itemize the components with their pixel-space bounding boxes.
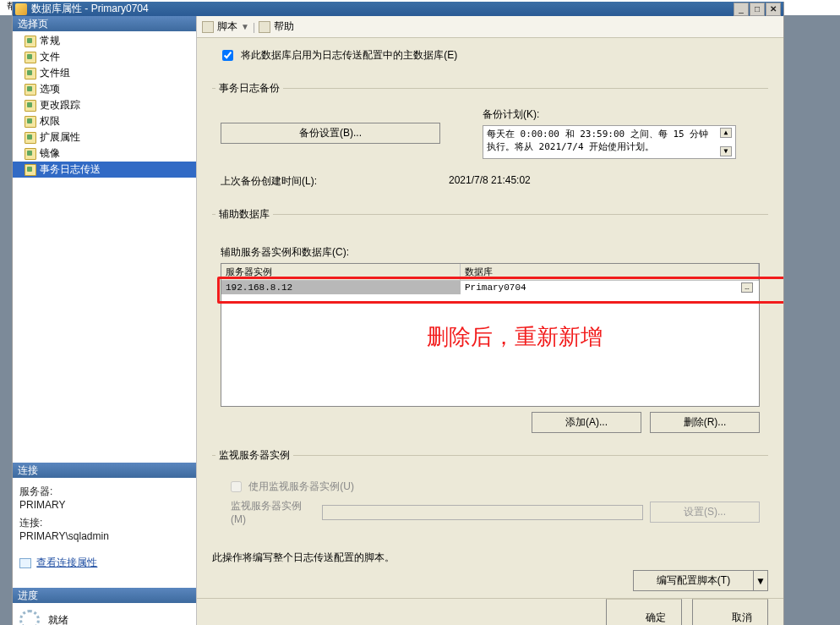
page-icon bbox=[25, 164, 36, 176]
th-server[interactable]: 服务器实例 bbox=[221, 264, 461, 280]
secondary-group: 辅助数据库 辅助服务器实例和数据库(C): 服务器实例 数据库 192.168.… bbox=[212, 207, 768, 438]
app-icon bbox=[15, 3, 27, 15]
nav-list: 常规 文件 文件组 选项 更改跟踪 权限 扩展属性 镜像 事务日志传送 bbox=[13, 31, 196, 187]
scroll-up-icon[interactable]: ▲ bbox=[720, 128, 732, 138]
monitor-settings-button: 设置(S)... bbox=[650, 502, 760, 523]
enable-logship-checkbox[interactable] bbox=[222, 50, 233, 61]
help-icon bbox=[259, 21, 270, 33]
last-backup-value: 2021/7/8 21:45:02 bbox=[449, 174, 760, 189]
cancel-button[interactable]: 取消 bbox=[692, 599, 768, 626]
progress-icon bbox=[19, 610, 40, 625]
toolbar: 脚本 ▼ | 帮助 bbox=[197, 16, 783, 38]
monitor-group: 监视服务器实例 使用监视服务器实例(U) 监视服务器实例(M) 设置(S)... bbox=[212, 448, 768, 534]
th-database[interactable]: 数据库 bbox=[461, 264, 759, 280]
progress-header: 进度 bbox=[13, 588, 196, 603]
properties-icon bbox=[19, 558, 31, 568]
use-monitor-label: 使用监视服务器实例(U) bbox=[248, 480, 354, 492]
write-config-script-button[interactable]: 编写配置脚本(T) bbox=[633, 570, 753, 591]
page-icon bbox=[25, 36, 36, 47]
select-page-header: 选择页 bbox=[13, 16, 196, 31]
right-pane: 脚本 ▼ | 帮助 将此数据库启用为日志传送配置中的主数据库(E) 事务日志备份 bbox=[197, 16, 783, 625]
view-connection-link[interactable]: 查看连接属性 bbox=[36, 556, 97, 570]
page-icon bbox=[25, 100, 36, 112]
schedule-label: 备份计划(K): bbox=[483, 107, 760, 122]
table-row[interactable]: 192.168.8.12 Primary0704… bbox=[221, 281, 759, 294]
window-title: 数据库属性 - Primary0704 bbox=[31, 2, 734, 16]
backup-group: 事务日志备份 备份设置(B)... 备份计划(K): 每天在 0:00:00 和… bbox=[212, 81, 768, 197]
page-icon bbox=[25, 132, 36, 144]
secondary-table[interactable]: 服务器实例 数据库 192.168.8.12 Primary0704… bbox=[221, 263, 760, 407]
nav-general[interactable]: 常规 bbox=[13, 33, 196, 49]
page-icon bbox=[25, 116, 36, 128]
last-backup-label: 上次备份创建时间(L): bbox=[221, 174, 449, 189]
left-pane: 选择页 常规 文件 文件组 选项 更改跟踪 权限 扩展属性 镜像 事务日志传送 … bbox=[13, 16, 197, 625]
ok-button[interactable]: 确定 bbox=[606, 599, 682, 626]
secondary-label: 辅助服务器实例和数据库(C): bbox=[221, 245, 760, 260]
nav-filegroups[interactable]: 文件组 bbox=[13, 65, 196, 81]
nav-logship[interactable]: 事务日志传送 bbox=[13, 162, 196, 178]
minimize-button[interactable]: _ bbox=[734, 3, 749, 16]
connection-header: 连接 bbox=[13, 463, 196, 478]
script-button[interactable]: 脚本 bbox=[217, 19, 237, 34]
nav-mirroring[interactable]: 镜像 bbox=[13, 145, 196, 162]
monitor-instance-input bbox=[322, 505, 643, 520]
enable-logship-label: 将此数据库启用为日志传送配置中的主数据库(E) bbox=[241, 49, 457, 61]
nav-extprops[interactable]: 扩展属性 bbox=[13, 129, 196, 145]
scroll-down-icon[interactable]: ▼ bbox=[720, 146, 732, 156]
page-icon bbox=[25, 148, 36, 160]
dialog-footer: 确定 取消 bbox=[197, 598, 783, 625]
page-icon bbox=[25, 84, 36, 96]
use-monitor-checkbox[interactable] bbox=[231, 481, 242, 492]
remove-button[interactable]: 删除(R)... bbox=[650, 412, 760, 433]
script-note: 此操作将编写整个日志传送配置的脚本。 bbox=[212, 551, 768, 565]
page-icon bbox=[25, 52, 36, 63]
add-button[interactable]: 添加(A)... bbox=[532, 412, 641, 433]
close-button[interactable]: ✕ bbox=[766, 3, 781, 16]
titlebar: 数据库属性 - Primary0704 _ □ ✕ bbox=[13, 2, 783, 16]
maximize-button[interactable]: □ bbox=[750, 3, 765, 16]
monitor-instance-label: 监视服务器实例(M) bbox=[231, 499, 315, 525]
browse-icon[interactable]: … bbox=[741, 282, 753, 293]
nav-options[interactable]: 选项 bbox=[13, 81, 196, 97]
write-config-script-dropdown[interactable]: ▼ bbox=[753, 570, 768, 591]
help-button[interactable]: 帮助 bbox=[274, 19, 294, 34]
cell-database[interactable]: Primary0704… bbox=[461, 281, 759, 294]
script-icon bbox=[202, 21, 214, 33]
schedule-textbox[interactable]: 每天在 0:00:00 和 23:59:00 之间、每 15 分钟 执行。将从 … bbox=[483, 125, 736, 159]
connection-info: 服务器: PRIMARY 连接: PRIMARY\sqladmin 查看连接属性 bbox=[13, 478, 196, 588]
cell-server[interactable]: 192.168.8.12 bbox=[221, 281, 461, 294]
progress-status: 就绪 bbox=[48, 613, 68, 626]
nav-files[interactable]: 文件 bbox=[13, 49, 196, 65]
nav-permissions[interactable]: 权限 bbox=[13, 113, 196, 129]
page-icon bbox=[25, 68, 36, 79]
dialog-window: 数据库属性 - Primary0704 _ □ ✕ 选择页 常规 文件 文件组 … bbox=[12, 2, 784, 625]
nav-changetracking[interactable]: 更改跟踪 bbox=[13, 97, 196, 113]
backup-settings-button[interactable]: 备份设置(B)... bbox=[221, 123, 440, 144]
